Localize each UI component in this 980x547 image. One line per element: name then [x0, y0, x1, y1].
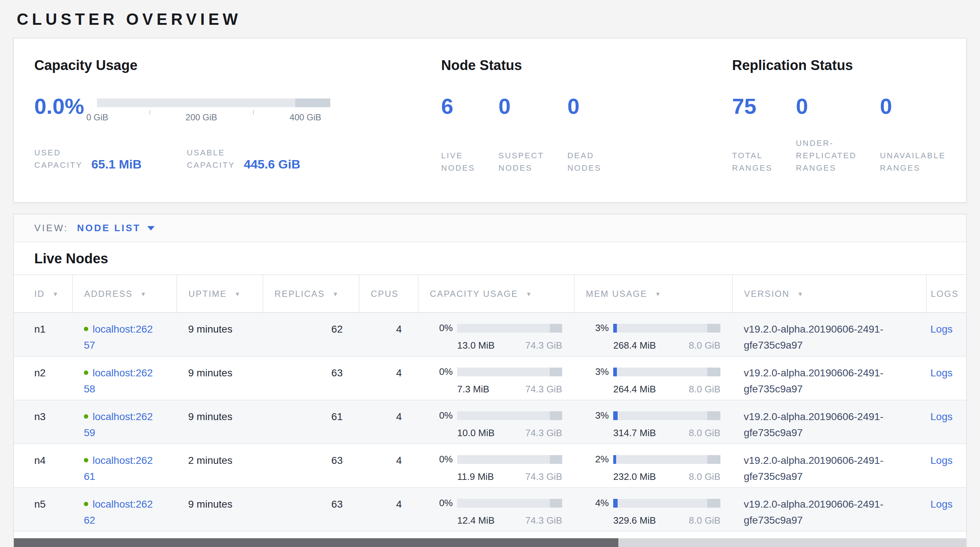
- memory-usage-fill: [613, 324, 617, 332]
- node-cpus: 4: [359, 313, 418, 356]
- memory-used-value: 264.4 MiB: [613, 382, 656, 397]
- node-capacity-cell: 0% 7.3 MiB 74.3 GiB: [418, 356, 574, 400]
- stat-total-ranges-value: 75: [732, 94, 773, 118]
- capacity-used-value: 7.3 MiB: [457, 382, 489, 397]
- node-replicas: 61: [262, 400, 359, 444]
- node-capacity-cell: 0% 11.9 MiB 74.3 GiB: [418, 444, 574, 488]
- column-label: LOGS: [931, 288, 958, 299]
- horizontal-scrollbar[interactable]: [14, 538, 966, 547]
- stat-dead-nodes-value: 0: [567, 94, 601, 118]
- capacity-usage-percent: 0%: [433, 365, 453, 379]
- capacity-stats: USEDCAPACITY 65.1 MiB USABLECAPACITY 445…: [34, 146, 441, 172]
- capacity-used-value: 11.9 MiB: [457, 470, 494, 484]
- node-uptime: 9 minutes: [177, 488, 262, 531]
- capacity-usage-percent: 0%: [433, 452, 453, 467]
- node-row-n3: n3 localhost:26259 9 minutes 61 4 0% 10.…: [14, 400, 967, 444]
- memory-usage-meter: 4% 329.6 MiB 8.0 GiB: [589, 496, 721, 528]
- node-logs-cell: Logs: [926, 400, 967, 444]
- node-logs-link[interactable]: Logs: [931, 323, 953, 335]
- node-address-link[interactable]: localhost:26261: [84, 454, 153, 482]
- stat-unavailable-ranges-value: 0: [880, 94, 945, 118]
- column-header-version[interactable]: VERSION ▼: [732, 275, 926, 313]
- column-header-logs[interactable]: LOGS: [926, 275, 967, 313]
- node-replicas: 63: [262, 488, 359, 531]
- memory-reserved-segment: [708, 499, 721, 507]
- capacity-usage-meter: 0% 7.3 MiB 74.3 GiB: [433, 365, 562, 397]
- sort-desc-icon: ▼: [140, 291, 147, 297]
- replication-status-title: Replication Status: [732, 57, 946, 74]
- replication-status-section: Replication Status 75 TOTALRANGES 0 UNDE…: [732, 57, 946, 184]
- capacity-total-value: 74.3 GiB: [525, 514, 562, 528]
- memory-usage-meter: 3% 268.4 MiB 8.0 GiB: [589, 321, 721, 353]
- node-logs-link[interactable]: Logs: [931, 454, 953, 466]
- node-memory-cell: 3% 314.7 MiB 8.0 GiB: [574, 400, 732, 444]
- stat-under-replicated-ranges-label: UNDER-REPLICATEDRANGES: [796, 137, 857, 174]
- capacity-usage-row: 0.0% 0 GiB200 GiB400 GiB: [34, 94, 441, 125]
- node-address-link[interactable]: localhost:26257: [84, 323, 153, 350]
- stat-used-capacity-label: USEDCAPACITY: [34, 146, 83, 172]
- node-address-link[interactable]: localhost:26259: [84, 410, 153, 438]
- capacity-usage-percent: 0%: [433, 496, 453, 510]
- node-memory-cell: 2% 232.0 MiB 8.0 GiB: [574, 444, 732, 488]
- column-header-cpus[interactable]: CPUS: [359, 275, 418, 313]
- memory-total-value: 8.0 GiB: [689, 514, 721, 528]
- memory-usage-fill: [613, 411, 617, 420]
- capacity-reserved-segment: [549, 499, 562, 507]
- node-id: n2: [14, 356, 72, 400]
- node-row-n5: n5 localhost:26262 9 minutes 63 4 0% 12.…: [14, 488, 967, 531]
- capacity-usage-bar: [457, 324, 562, 332]
- column-header-address[interactable]: ADDRESS ▼: [72, 275, 177, 313]
- scrollbar-thumb[interactable]: [14, 538, 619, 547]
- stat-used-capacity-value: 65.1 MiB: [91, 159, 142, 172]
- node-uptime: 9 minutes: [177, 313, 262, 356]
- memory-usage-fill: [613, 367, 617, 376]
- memory-usage-fill: [613, 499, 617, 507]
- view-selector-dropdown[interactable]: NODE LIST: [77, 223, 154, 234]
- node-row-n4: n4 localhost:26261 2 minutes 63 4 0% 11.…: [14, 444, 967, 488]
- node-address-link[interactable]: localhost:26262: [84, 498, 153, 525]
- node-address-link[interactable]: localhost:26258: [84, 367, 153, 394]
- node-address-cell: localhost:26259: [72, 400, 177, 444]
- node-version: v19.2.0-alpha.20190606-2491-gfe735c9a97: [732, 313, 926, 356]
- stat-dead-nodes: 0 DEADNODES: [567, 94, 601, 174]
- column-label: ADDRESS: [84, 288, 133, 299]
- node-logs-link[interactable]: Logs: [931, 410, 953, 422]
- memory-usage-percent: 4%: [589, 496, 609, 510]
- node-id: n3: [14, 400, 72, 444]
- stat-usable-capacity-value: 445.6 GiB: [244, 159, 301, 172]
- sort-desc-icon: ▼: [52, 291, 59, 297]
- capacity-usage-bar: [457, 367, 562, 376]
- capacity-usage-bar: [457, 499, 562, 507]
- column-label: VERSION: [744, 288, 790, 299]
- node-replicas: 63: [262, 356, 359, 400]
- live-nodes-card: VIEW: NODE LIST Live Nodes ID ▼ ADDRESS …: [13, 214, 967, 547]
- column-label: CAPACITY USAGE: [430, 288, 518, 299]
- node-cpus: 4: [359, 488, 418, 531]
- axis-tick-label: 400 GiB: [290, 112, 321, 122]
- node-id: n4: [14, 444, 72, 488]
- stat-used-capacity: USEDCAPACITY 65.1 MiB: [34, 146, 142, 172]
- column-header-mem-usage[interactable]: MEM USAGE ▼: [574, 275, 732, 313]
- node-logs-link[interactable]: Logs: [931, 367, 953, 378]
- memory-used-value: 268.4 MiB: [613, 339, 656, 353]
- node-logs-link[interactable]: Logs: [931, 498, 953, 510]
- memory-usage-percent: 3%: [589, 409, 609, 423]
- view-bar: VIEW: NODE LIST: [14, 215, 966, 242]
- sort-desc-icon: ▼: [526, 291, 532, 297]
- memory-usage-meter: 3% 264.4 MiB 8.0 GiB: [589, 365, 721, 397]
- node-capacity-cell: 0% 13.0 MiB 74.3 GiB: [418, 313, 574, 356]
- column-header-capacity-usage[interactable]: CAPACITY USAGE ▼: [418, 275, 574, 313]
- capacity-bar-chart: 0 GiB200 GiB400 GiB: [97, 99, 331, 125]
- capacity-total-value: 74.3 GiB: [525, 382, 562, 397]
- memory-reserved-segment: [708, 411, 721, 420]
- column-header-id[interactable]: ID ▼: [14, 275, 72, 313]
- column-label: UPTIME: [188, 288, 227, 299]
- capacity-usage-bar: [457, 455, 562, 464]
- column-label: ID: [34, 288, 45, 299]
- sort-desc-icon: ▼: [797, 291, 804, 297]
- column-header-replicas[interactable]: REPLICAS ▼: [262, 275, 359, 313]
- node-replicas: 63: [262, 444, 359, 488]
- memory-usage-percent: 3%: [589, 365, 609, 379]
- column-header-uptime[interactable]: UPTIME ▼: [177, 275, 262, 313]
- memory-usage-percent: 2%: [589, 452, 609, 467]
